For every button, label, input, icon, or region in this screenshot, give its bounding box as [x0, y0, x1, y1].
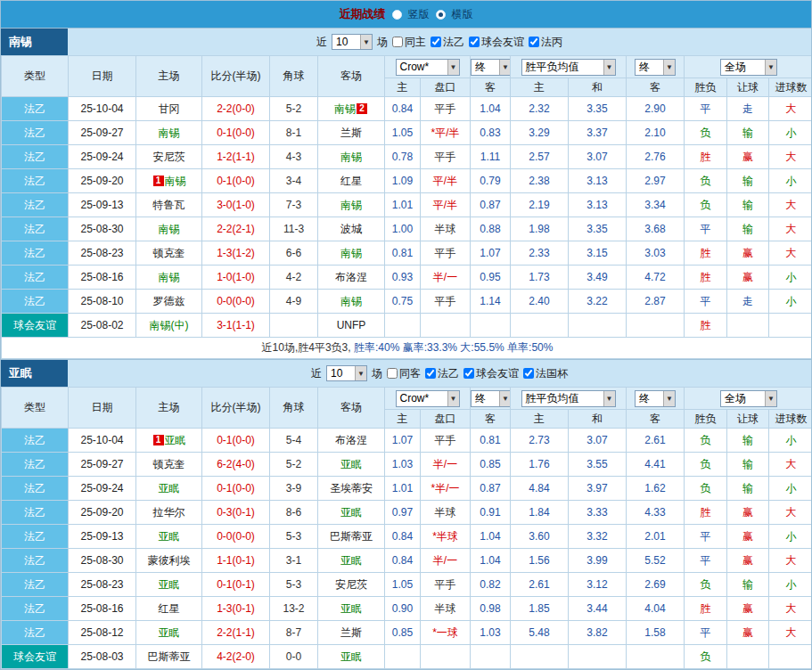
- filter-checkbox-other[interactable]: 法国杯: [523, 366, 568, 381]
- match-type-cell: 法乙: [2, 290, 69, 314]
- team-link[interactable]: 红星: [159, 602, 180, 615]
- final-odds-select[interactable]: 终▼: [471, 59, 511, 76]
- team-link[interactable]: 罗德兹: [153, 295, 185, 307]
- team-link[interactable]: UNFP: [337, 319, 366, 331]
- avg-odds-select[interactable]: 胜平负均值▼: [521, 59, 616, 76]
- team-link[interactable]: 亚眠: [340, 458, 362, 470]
- team-link[interactable]: 南锡: [340, 295, 362, 307]
- team-link[interactable]: 顿克奎: [153, 247, 185, 259]
- away-team: 亚眠: [318, 597, 385, 621]
- avg-odds-select[interactable]: 胜平负均值▼: [521, 390, 616, 407]
- same-venue-checkbox[interactable]: [392, 37, 403, 47]
- match-row: 法乙25-10-041亚眠0-1(0-0)5-4布洛涅1.07平手0.812.7…: [2, 429, 812, 453]
- team-link[interactable]: 南锡: [340, 247, 362, 259]
- team-link[interactable]: 南锡: [159, 127, 180, 139]
- team-link[interactable]: 亚眠: [340, 602, 362, 615]
- match-row: 法乙25-08-30蒙彼利埃1-1(0-1)3-1亚眠0.84半/一1.041.…: [2, 549, 812, 573]
- team-link[interactable]: 南锡: [159, 271, 180, 283]
- match-count-select[interactable]: 10▼: [332, 34, 373, 50]
- avg-home-odds: 1.76: [511, 453, 569, 477]
- filter-checkbox-friendly[interactable]: 球会友谊: [463, 366, 519, 381]
- avg-home-odds: 1.98: [511, 217, 569, 241]
- vertical-view-label[interactable]: 竖版: [408, 7, 430, 22]
- final-odds-select[interactable]: 终▼: [471, 390, 511, 407]
- filter-checkbox-league[interactable]: 法乙: [431, 35, 464, 50]
- league-checkbox[interactable]: [431, 37, 441, 47]
- team-link[interactable]: 拉华尔: [153, 506, 185, 519]
- bookmaker-select[interactable]: Crow*▼: [396, 390, 460, 407]
- team-link[interactable]: 南锡: [159, 223, 180, 235]
- league-checkbox[interactable]: [425, 368, 436, 379]
- team-link[interactable]: 兰斯: [340, 626, 362, 639]
- horizontal-view-radio[interactable]: [436, 10, 446, 20]
- team-link[interactable]: 亚眠: [159, 626, 180, 639]
- friendly-checkbox[interactable]: [469, 37, 480, 47]
- team-link[interactable]: 南锡: [165, 175, 186, 187]
- home-odds: 1.01: [385, 193, 421, 217]
- vertical-view-radio[interactable]: [392, 10, 402, 20]
- team-link[interactable]: 亚眠: [159, 530, 180, 543]
- away-odds: 1.14: [471, 290, 511, 314]
- team-link[interactable]: 红星: [340, 175, 362, 187]
- final-avg-select[interactable]: 终▼: [635, 390, 676, 407]
- fulltime-select[interactable]: 全场▼: [720, 59, 777, 76]
- team-link[interactable]: 亚眠: [159, 578, 180, 591]
- other-comp-checkbox[interactable]: [523, 368, 534, 379]
- away-odds: 1.11: [471, 145, 511, 169]
- team-link[interactable]: 波城: [340, 223, 362, 235]
- match-score: 6-2(4-0): [202, 453, 270, 477]
- same-venue-checkbox[interactable]: [387, 368, 398, 379]
- team-link[interactable]: 南锡: [340, 151, 362, 163]
- team-link[interactable]: 甘冈: [159, 102, 180, 115]
- team-link[interactable]: 安尼茨: [335, 578, 367, 591]
- filter-checkbox-same-venue[interactable]: 同客: [387, 366, 421, 381]
- col-home: 主场: [136, 388, 202, 429]
- team-link[interactable]: 亚眠: [340, 554, 362, 567]
- team-link[interactable]: 亚眠: [159, 482, 180, 494]
- team-link[interactable]: 巴斯蒂亚: [330, 530, 373, 543]
- handicap-result: 赢: [727, 597, 769, 621]
- filter-checkbox-league[interactable]: 法乙: [425, 366, 459, 381]
- match-date: 25-09-20: [69, 169, 136, 193]
- avg-home-odds: 1.56: [511, 549, 569, 573]
- team-link[interactable]: 布洛涅: [335, 434, 367, 446]
- friendly-checkbox[interactable]: [463, 368, 474, 379]
- goals-result: 小: [769, 169, 812, 193]
- match-score: 3-1(1-1): [202, 314, 270, 338]
- avg-draw-odds: 3.13: [569, 169, 627, 193]
- team-link[interactable]: 特鲁瓦: [153, 199, 185, 211]
- team-link[interactable]: 顿克奎: [153, 458, 185, 470]
- filter-checkbox-other[interactable]: 法丙: [529, 35, 562, 50]
- team-link[interactable]: 南锡(中): [150, 319, 189, 331]
- horizontal-view-label[interactable]: 横版: [452, 7, 473, 22]
- away-team: 布洛涅: [318, 429, 385, 453]
- team-link[interactable]: 圣埃蒂安: [330, 482, 373, 494]
- home-odds: 0.84: [385, 97, 421, 121]
- summary-stat: 单率:50%: [507, 341, 553, 354]
- filter-near-label: 近: [316, 35, 327, 50]
- team-link[interactable]: 亚眠: [165, 434, 186, 446]
- team-link[interactable]: 安尼茨: [153, 151, 185, 163]
- team-link[interactable]: 布洛涅: [335, 271, 367, 283]
- team-link[interactable]: 亚眠: [340, 506, 362, 519]
- away-odds: 0.81: [471, 429, 511, 453]
- team-link[interactable]: 蒙彼利埃: [148, 554, 191, 567]
- filter-checkbox-friendly[interactable]: 球会友谊: [469, 35, 524, 50]
- team-link[interactable]: 兰斯: [340, 127, 362, 139]
- away-team: 南锡2: [318, 97, 385, 121]
- away-odds: 0.79: [471, 169, 511, 193]
- team-link[interactable]: 巴斯蒂亚: [148, 650, 191, 663]
- bookmaker-select[interactable]: Crow*▼: [396, 59, 460, 76]
- other-comp-checkbox[interactable]: [529, 37, 539, 47]
- team-link[interactable]: 南锡: [340, 199, 362, 211]
- filter-checkbox-same-venue[interactable]: 同主: [392, 35, 426, 50]
- team-link[interactable]: 亚眠: [340, 650, 362, 663]
- avg-draw-odds: 3.07: [569, 429, 627, 453]
- team-link[interactable]: 南锡: [334, 102, 356, 115]
- fulltime-select[interactable]: 全场▼: [720, 390, 777, 407]
- avg-home-odds: 3.60: [511, 525, 569, 549]
- match-count-select[interactable]: 10▼: [326, 365, 367, 381]
- final-avg-select[interactable]: 终▼: [635, 59, 676, 76]
- chevron-down-icon: ▼: [499, 60, 510, 75]
- checkbox-label: 法国杯: [536, 366, 568, 381]
